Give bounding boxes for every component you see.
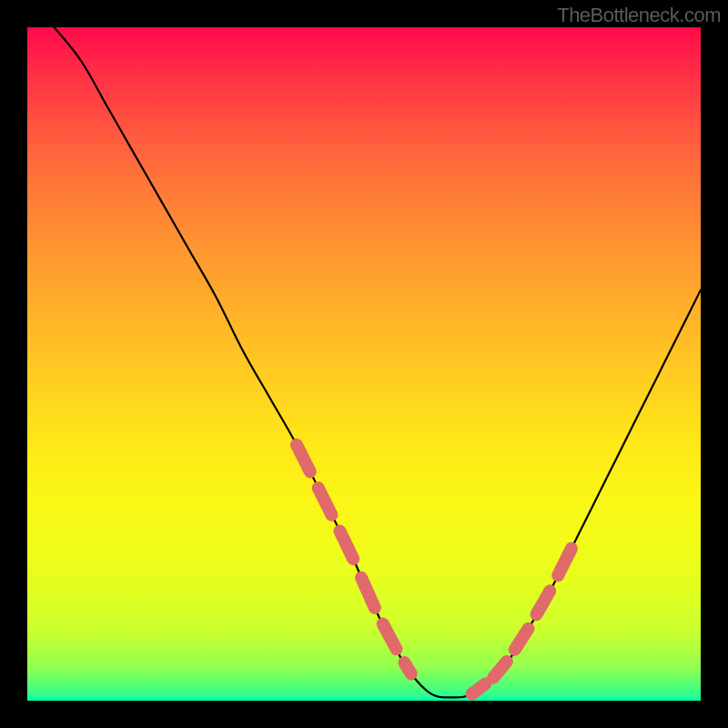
dotted-segment (558, 549, 571, 576)
dotted-segment (515, 629, 529, 650)
plot-area (27, 27, 701, 701)
chart-frame: TheBottleneck.com (0, 0, 728, 728)
curve-svg (27, 27, 701, 701)
bottleneck-curve (55, 27, 701, 697)
dotted-segment (339, 531, 353, 560)
dotted-segment (493, 662, 507, 678)
dotted-segment (404, 662, 410, 673)
dotted-segment (536, 591, 550, 614)
dotted-segment (361, 578, 375, 608)
dotted-segment (318, 488, 332, 515)
watermark-text: TheBottleneck.com (557, 4, 721, 27)
dotted-segment (471, 684, 485, 694)
dotted-segment (383, 624, 397, 650)
dotted-segment (297, 445, 310, 472)
